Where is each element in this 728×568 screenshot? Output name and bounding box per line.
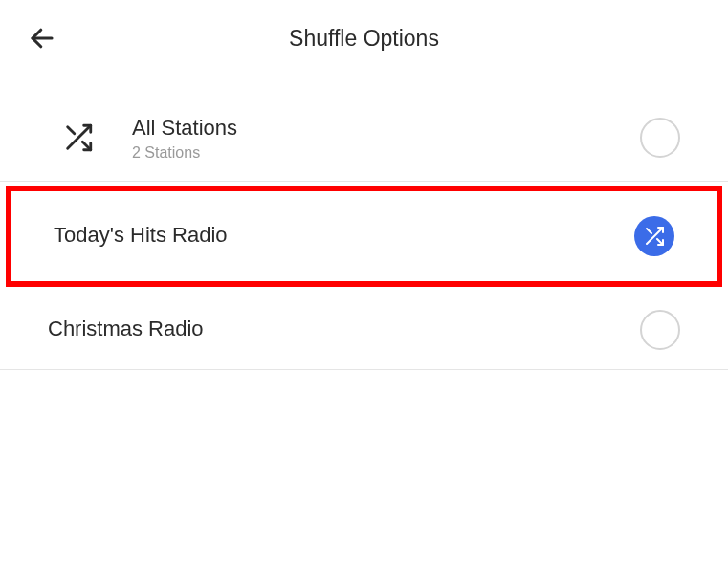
list-item-christmas-radio[interactable]: Christmas Radio	[0, 291, 728, 370]
shuffle-icon	[59, 119, 98, 157]
item-text: Today's Hits Radio	[54, 222, 634, 250]
shuffle-options-list: All Stations 2 Stations Today's Hits Rad…	[0, 96, 728, 370]
svg-line-3	[68, 127, 75, 134]
list-item-all-stations[interactable]: All Stations 2 Stations	[0, 96, 728, 182]
shuffle-icon	[643, 225, 666, 248]
back-arrow-icon	[28, 24, 56, 53]
svg-line-6	[647, 229, 651, 233]
radio-unselected[interactable]	[640, 118, 680, 158]
list-item-todays-hits[interactable]: Today's Hits Radio	[6, 186, 722, 287]
item-title: Today's Hits Radio	[54, 222, 634, 250]
radio-unselected[interactable]	[640, 310, 680, 350]
page-title: Shuffle Options	[289, 26, 439, 52]
item-title: All Stations	[132, 115, 640, 142]
item-text: Christmas Radio	[48, 316, 640, 343]
header: Shuffle Options	[0, 0, 728, 76]
back-button[interactable]	[27, 23, 57, 54]
item-title: Christmas Radio	[48, 316, 640, 343]
item-text: All Stations 2 Stations	[132, 115, 640, 162]
radio-selected[interactable]	[634, 216, 674, 256]
item-subtitle: 2 Stations	[132, 144, 640, 162]
